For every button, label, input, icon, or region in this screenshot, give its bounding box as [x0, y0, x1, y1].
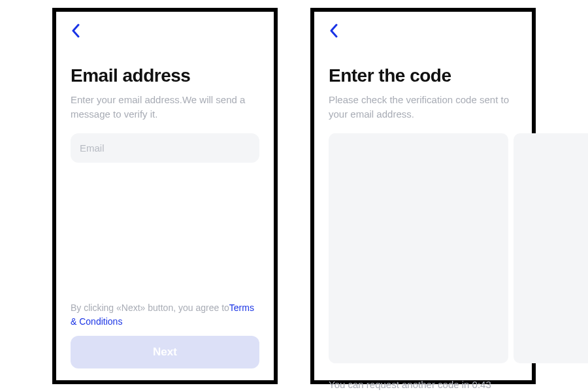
code-input-row — [329, 133, 517, 364]
page-title: Enter the code — [329, 65, 517, 86]
back-icon[interactable] — [71, 24, 86, 41]
page-description: Enter your email address.We will send a … — [71, 93, 259, 122]
code-digit-2[interactable] — [514, 133, 588, 364]
page-title: Email address — [71, 65, 259, 86]
resend-text: You can request another code in 0:43 — [329, 379, 517, 390]
code-digit-1[interactable] — [329, 133, 508, 364]
resend-prefix: You can request another code in — [329, 379, 472, 390]
back-icon[interactable] — [329, 24, 344, 41]
next-button[interactable]: Next — [71, 336, 259, 368]
terms-text: By clicking «Next» button, you agree toT… — [71, 301, 259, 328]
email-field[interactable] — [71, 133, 259, 163]
screen-code: Enter the code Please check the verifica… — [310, 8, 536, 384]
terms-prefix: By clicking «Next» button, you agree to — [71, 302, 229, 313]
resend-countdown: 0:43 — [472, 379, 491, 390]
screen-email: Email address Enter your email address.W… — [52, 8, 278, 384]
page-description: Please check the verification code sent … — [329, 93, 517, 122]
